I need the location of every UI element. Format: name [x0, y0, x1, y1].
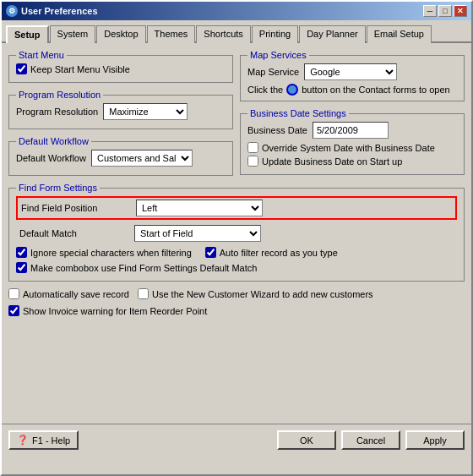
- ignore-special-chars-checkbox[interactable]: [16, 247, 27, 258]
- map-service-select[interactable]: Google Bing: [304, 63, 397, 80]
- map-service-row: Map Service Google Bing: [247, 63, 457, 80]
- invoice-row: Show Invoice warning for Item Reorder Po…: [8, 305, 465, 316]
- invoice-label: Show Invoice warning for Item Reorder Po…: [23, 306, 207, 316]
- close-button[interactable]: ✕: [454, 5, 467, 17]
- keep-start-menu-label: Keep Start Menu Visible: [30, 64, 130, 74]
- ignore-special-chars-label: Ignore special characters when filtering: [30, 248, 192, 258]
- footer: ❓ F1 - Help OK Cancel Apply: [2, 424, 471, 456]
- ignore-special-chars-row: Ignore special characters when filtering: [16, 247, 192, 258]
- auto-save-label: Automatically save record: [23, 289, 129, 299]
- tab-themes[interactable]: Themes: [147, 25, 196, 43]
- auto-save-checkbox[interactable]: [8, 288, 19, 299]
- main-content: Start Menu Keep Start Menu Visible Progr…: [2, 43, 471, 353]
- window-icon: ⚙: [6, 5, 18, 17]
- right-column: Map Services Map Service Google Bing Cli…: [240, 50, 465, 183]
- keep-start-menu-checkbox[interactable]: [16, 63, 27, 74]
- make-combobox-row: Make combobox use Find Form Settings Def…: [16, 262, 457, 273]
- new-customer-checkbox[interactable]: [138, 288, 149, 299]
- window-title: User Preferences: [21, 6, 98, 16]
- default-workflow-group: Default Workflow Default Workflow Custom…: [8, 136, 233, 176]
- default-match-row: Default Match Start of Field Anywhere Ex…: [16, 223, 457, 243]
- override-date-label: Override System Date with Business Date: [262, 143, 435, 153]
- maximize-button[interactable]: □: [438, 5, 452, 17]
- invoice-checkbox[interactable]: [8, 305, 19, 316]
- default-workflow-label: Default Workflow: [16, 153, 86, 163]
- cancel-button[interactable]: Cancel: [341, 430, 400, 450]
- apply-button[interactable]: Apply: [405, 430, 465, 450]
- find-field-position-select[interactable]: Left Right Center: [136, 200, 263, 216]
- title-bar-left: ⚙ User Preferences: [6, 5, 98, 17]
- program-resolution-label: Program Resolution: [16, 107, 98, 117]
- tab-desktop[interactable]: Desktop: [96, 25, 145, 43]
- map-services-legend: Map Services: [247, 50, 309, 60]
- business-date-label: Business Date: [247, 125, 307, 135]
- left-column: Start Menu Keep Start Menu Visible Progr…: [8, 50, 233, 183]
- tab-printing[interactable]: Printing: [252, 25, 298, 43]
- default-workflow-select[interactable]: Customers and Sales: [91, 150, 193, 167]
- new-customer-row: Use the New Customer Wizard to add new c…: [138, 288, 373, 299]
- minimize-button[interactable]: ─: [423, 5, 437, 17]
- click-label: Click the: [247, 85, 283, 95]
- content-area: Start Menu Keep Start Menu Visible Progr…: [2, 43, 471, 456]
- bottom-checkbox-row1: Automatically save record Use the New Cu…: [8, 288, 465, 302]
- auto-filter-row: Auto filter record as you type: [205, 247, 338, 258]
- contact-form-text: button on the Contact forms to open: [302, 85, 450, 95]
- update-date-row: Update Business Date on Start up: [247, 156, 457, 167]
- update-date-label: Update Business Date on Start up: [262, 156, 402, 167]
- top-row: Start Menu Keep Start Menu Visible Progr…: [8, 50, 465, 183]
- tab-system[interactable]: System: [50, 25, 96, 43]
- tab-shortcuts[interactable]: Shortcuts: [196, 25, 250, 43]
- make-combobox-label: Make combobox use Find Form Settings Def…: [30, 263, 257, 273]
- help-button[interactable]: ❓ F1 - Help: [8, 430, 79, 450]
- business-date-group: Business Date Settings Business Date Ove…: [240, 108, 465, 175]
- business-date-row: Business Date: [247, 122, 457, 139]
- help-icon: ❓: [17, 435, 29, 446]
- title-buttons: ─ □ ✕: [423, 5, 467, 17]
- business-date-input[interactable]: [313, 122, 389, 139]
- title-bar: ⚙ User Preferences ─ □ ✕: [2, 2, 471, 20]
- start-menu-group: Start Menu Keep Start Menu Visible: [8, 50, 233, 83]
- program-resolution-legend: Program Resolution: [16, 90, 103, 100]
- main-window: ⚙ User Preferences ─ □ ✕ Setup System De…: [0, 0, 473, 476]
- tab-setup[interactable]: Setup: [6, 25, 49, 43]
- override-date-checkbox[interactable]: [247, 142, 258, 153]
- find-form-group: Find Form Settings Find Field Position L…: [8, 183, 465, 282]
- find-checkboxes-row1: Ignore special characters when filtering…: [16, 247, 457, 260]
- tab-day-planner[interactable]: Day Planner: [299, 25, 366, 43]
- new-customer-label: Use the New Customer Wizard to add new c…: [152, 289, 373, 299]
- make-combobox-checkbox[interactable]: [16, 262, 27, 273]
- find-form-legend: Find Form Settings: [16, 183, 100, 193]
- program-resolution-select[interactable]: Maximize Restore: [103, 103, 188, 120]
- default-workflow-row: Default Workflow Customers and Sales: [16, 150, 226, 167]
- tab-bar: Setup System Desktop Themes Shortcuts Pr…: [2, 20, 471, 43]
- radio-button-icon: [286, 84, 298, 96]
- ok-button[interactable]: OK: [277, 430, 336, 450]
- keep-start-menu-row: Keep Start Menu Visible: [16, 63, 226, 74]
- default-workflow-legend: Default Workflow: [16, 136, 91, 146]
- map-service-label: Map Service: [247, 67, 299, 77]
- update-date-checkbox[interactable]: [247, 156, 258, 167]
- program-resolution-row: Program Resolution Maximize Restore: [16, 103, 226, 120]
- default-match-select[interactable]: Start of Field Anywhere Exact: [134, 225, 261, 242]
- map-services-group: Map Services Map Service Google Bing Cli…: [240, 50, 465, 101]
- auto-save-row: Automatically save record: [8, 288, 129, 299]
- auto-filter-checkbox[interactable]: [205, 247, 216, 258]
- business-date-legend: Business Date Settings: [247, 108, 349, 118]
- find-field-position-row: Find Field Position Left Right Center: [16, 196, 457, 220]
- program-resolution-group: Program Resolution Program Resolution Ma…: [8, 90, 233, 129]
- default-match-label: Default Match: [19, 228, 129, 238]
- map-contact-row: Click the button on the Contact forms to…: [247, 84, 457, 96]
- tab-email-setup[interactable]: Email Setup: [367, 25, 432, 43]
- auto-filter-label: Auto filter record as you type: [220, 248, 338, 258]
- help-label: F1 - Help: [32, 435, 70, 446]
- find-field-position-label: Find Field Position: [21, 203, 131, 213]
- override-date-row: Override System Date with Business Date: [247, 142, 457, 153]
- footer-right: OK Cancel Apply: [277, 430, 465, 450]
- start-menu-legend: Start Menu: [16, 50, 67, 60]
